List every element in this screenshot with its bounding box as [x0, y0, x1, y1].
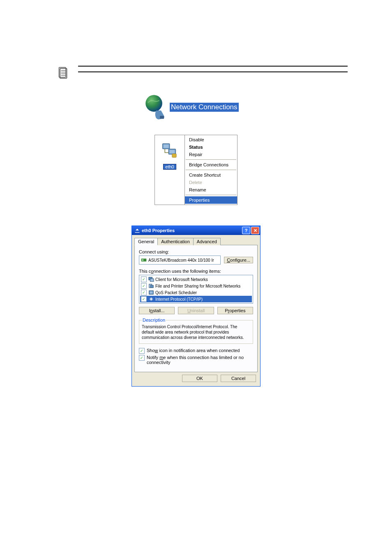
- ctx-bridge[interactable]: Bridge Connections: [185, 161, 237, 168]
- nic-icon: [141, 258, 147, 263]
- ctx-repair[interactable]: Repair: [185, 151, 237, 158]
- ok-button[interactable]: OK: [182, 375, 217, 382]
- properties-button[interactable]: Properties: [217, 307, 253, 314]
- tab-authentication[interactable]: Authentication: [157, 238, 194, 245]
- description-text: Transmission Control Protocol/Internet P…: [142, 324, 250, 340]
- ctx-separator: [186, 170, 236, 170]
- ctx-status[interactable]: Status: [185, 143, 237, 151]
- list-item: ✓ Client for Microsoft Networks: [140, 276, 252, 283]
- svg-rect-19: [150, 285, 153, 288]
- connection-icon: [161, 142, 179, 160]
- svg-rect-13: [172, 154, 176, 157]
- note-text: [78, 66, 348, 72]
- tab-panel-general: Connect using: ASUSTeK/Broadcom 440x 10/…: [134, 245, 258, 372]
- ctx-properties[interactable]: Properties: [185, 196, 237, 204]
- ctx-shortcut[interactable]: Create Shortcut: [185, 171, 237, 179]
- network-connections-item[interactable]: Network Connections: [143, 94, 249, 121]
- svg-rect-8: [160, 116, 164, 119]
- checkbox-icon[interactable]: ✓: [141, 283, 147, 289]
- checkbox-icon[interactable]: ✓: [141, 296, 147, 302]
- svg-rect-17: [150, 279, 154, 281]
- cancel-button[interactable]: Cancel: [221, 375, 256, 382]
- list-item: ✓ QoS Packet Scheduler: [140, 289, 252, 296]
- help-button[interactable]: ?: [242, 227, 250, 234]
- adapter-field[interactable]: ASUSTeK/Broadcom 440x 10/100 Ir: [139, 256, 221, 265]
- svg-rect-15: [142, 259, 143, 261]
- close-button[interactable]: ✕: [251, 227, 259, 234]
- install-button[interactable]: Install...: [139, 307, 175, 314]
- eth0-properties-dialog: eth0 Properties ? ✕ General Authenticati…: [131, 226, 261, 387]
- svg-point-7: [145, 95, 162, 112]
- notify-label: Notify me when this connection has limit…: [147, 355, 253, 365]
- uninstall-button: Uninstall: [178, 307, 214, 314]
- qos-icon: [148, 290, 154, 295]
- network-connections-icon: [143, 94, 166, 121]
- svg-rect-12: [169, 150, 175, 154]
- ctx-disable[interactable]: Disable: [185, 136, 237, 143]
- checkbox-icon[interactable]: ✓: [141, 276, 147, 282]
- list-item: ✓ File and Printer Sharing for Microsoft…: [140, 283, 252, 289]
- tab-general[interactable]: General: [134, 238, 158, 245]
- ctx-separator: [186, 195, 236, 195]
- list-item: ✓ Internet Protocol (TCP/IP): [140, 296, 252, 302]
- dialog-title: eth0 Properties: [142, 228, 241, 233]
- show-icon-label: Show icon in notification area when conn…: [147, 348, 240, 353]
- svg-rect-21: [150, 291, 153, 293]
- eth0-label[interactable]: eth0: [163, 164, 176, 170]
- tcpip-icon: [148, 296, 154, 302]
- checkbox-show-icon[interactable]: ✓: [139, 348, 145, 354]
- list-item-label: QoS Packet Scheduler: [155, 290, 197, 295]
- list-item-label: File and Printer Sharing for Microsoft N…: [155, 284, 240, 288]
- description-legend: Description: [142, 318, 166, 322]
- ctx-separator: [186, 159, 236, 160]
- ctx-delete: Delete: [185, 179, 237, 186]
- adapter-name: ASUSTeK/Broadcom 440x 10/100 Ir: [148, 258, 214, 263]
- configure-button[interactable]: Configure...: [224, 257, 253, 263]
- components-listbox[interactable]: ✓ Client for Microsoft Networks ✓ File a…: [139, 275, 253, 304]
- svg-rect-10: [164, 145, 169, 148]
- tab-advanced[interactable]: Advanced: [193, 238, 221, 245]
- dialog-titlebar[interactable]: eth0 Properties ? ✕: [132, 226, 260, 235]
- context-menu: Disable Status Repair Bridge Connections…: [184, 135, 237, 205]
- list-item-label: Client for Microsoft Networks: [155, 277, 208, 282]
- checkbox-icon[interactable]: ✓: [141, 290, 147, 295]
- list-item-label: Internet Protocol (TCP/IP): [155, 297, 203, 302]
- ctx-rename[interactable]: Rename: [185, 186, 237, 193]
- document-icon: [58, 67, 68, 79]
- items-label: This connection uses the following items…: [139, 269, 253, 274]
- client-icon: [148, 276, 154, 282]
- adapter-icon: [134, 228, 140, 233]
- note-row: [58, 66, 392, 79]
- connect-using-label: Connect using:: [139, 249, 253, 254]
- fileprint-icon: [148, 283, 154, 289]
- connection-context-block: eth0 Disable Status Repair Bridge Connec…: [154, 135, 238, 205]
- description-group: Description Transmission Control Protoco…: [139, 318, 253, 344]
- checkbox-notify[interactable]: ✓: [139, 355, 145, 361]
- network-connections-label: Network Connections: [170, 103, 239, 112]
